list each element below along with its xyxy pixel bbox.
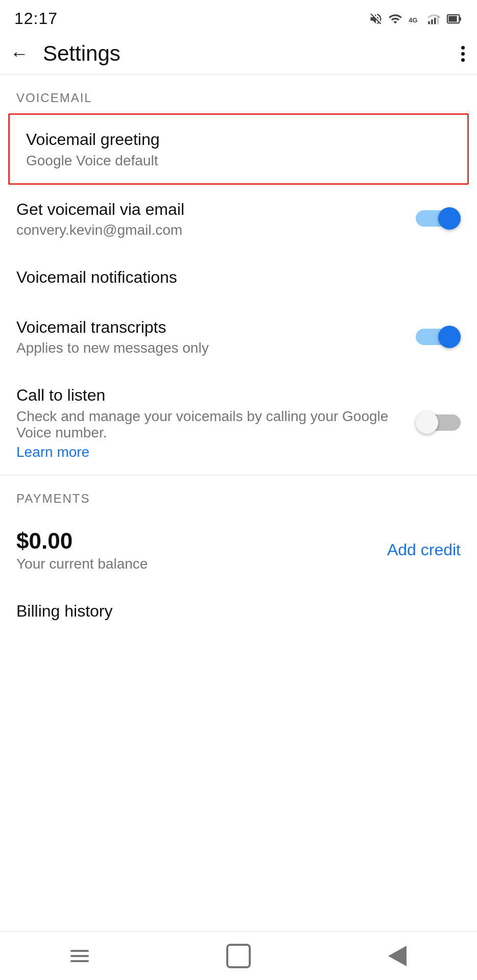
add-credit-button[interactable]: Add credit xyxy=(387,541,461,559)
svg-rect-7 xyxy=(459,17,461,20)
call-to-listen-toggle-thumb xyxy=(416,411,438,434)
voicemail-transcripts-title: Voicemail transcripts xyxy=(16,317,403,338)
nav-menu-button[interactable] xyxy=(59,941,100,971)
balance-amount: $0.00 xyxy=(16,528,148,554)
call-to-listen-subtitle: Check and manage your voicemails by call… xyxy=(16,408,403,441)
menu-icon xyxy=(70,950,89,962)
home-icon xyxy=(226,944,251,968)
page-title: Settings xyxy=(43,41,121,66)
balance-info: $0.00 Your current balance xyxy=(16,528,148,572)
voicemail-transcripts-text: Voicemail transcripts Applies to new mes… xyxy=(16,317,403,357)
battery-icon xyxy=(446,12,463,26)
payments-section-header: PAYMENTS xyxy=(0,475,477,514)
call-to-listen-row[interactable]: Call to listen Check and manage your voi… xyxy=(0,371,477,475)
billing-history-title: Billing history xyxy=(16,601,461,622)
svg-text:4G: 4G xyxy=(409,16,417,24)
voicemail-email-subtitle: convery.kevin@gmail.com xyxy=(16,222,403,238)
svg-rect-3 xyxy=(434,17,436,24)
status-icons: 4G xyxy=(369,12,463,26)
nav-back-button[interactable] xyxy=(377,941,418,971)
learn-more-link[interactable]: Learn more xyxy=(16,444,403,460)
app-bar-left: ← Settings xyxy=(10,41,121,66)
voicemail-email-title: Get voicemail via email xyxy=(16,199,403,220)
voicemail-greeting-subtitle: Google Voice default xyxy=(26,153,451,169)
voicemail-greeting-title: Voicemail greeting xyxy=(26,129,451,151)
billing-history-text: Billing history xyxy=(16,601,461,622)
content-area: VOICEMAIL Voicemail greeting Google Voic… xyxy=(0,75,477,688)
back-nav-icon xyxy=(388,946,407,966)
voicemail-email-text: Get voicemail via email convery.kevin@gm… xyxy=(16,199,403,239)
voicemail-greeting-text: Voicemail greeting Google Voice default xyxy=(26,129,451,169)
balance-row: $0.00 Your current balance Add credit xyxy=(0,514,477,586)
voicemail-email-toggle[interactable] xyxy=(416,206,461,231)
status-bar: 12:17 4G xyxy=(0,0,477,33)
voicemail-notifications-text: Voicemail notifications xyxy=(16,267,461,288)
balance-label: Your current balance xyxy=(16,556,148,572)
mute-icon xyxy=(369,12,383,26)
voicemail-email-row[interactable]: Get voicemail via email convery.kevin@gm… xyxy=(0,185,477,253)
voicemail-notifications-title: Voicemail notifications xyxy=(16,267,461,288)
bottom-navigation xyxy=(0,931,477,980)
call-to-listen-text: Call to listen Check and manage your voi… xyxy=(16,385,403,460)
voicemail-greeting-row[interactable]: Voicemail greeting Google Voice default xyxy=(8,113,469,185)
app-bar: ← Settings xyxy=(0,33,477,74)
svg-rect-1 xyxy=(428,21,430,24)
nav-home-button[interactable] xyxy=(218,941,259,971)
call-to-listen-title: Call to listen xyxy=(16,385,403,406)
voicemail-transcripts-toggle-thumb xyxy=(438,326,461,348)
svg-rect-2 xyxy=(431,19,433,24)
status-time: 12:17 xyxy=(14,9,58,28)
svg-rect-4 xyxy=(437,16,439,24)
voicemail-email-toggle-thumb xyxy=(438,207,461,230)
call-to-listen-toggle[interactable] xyxy=(416,410,461,435)
billing-history-row[interactable]: Billing history xyxy=(0,586,477,636)
more-options-button[interactable] xyxy=(461,46,465,62)
voicemail-notifications-row[interactable]: Voicemail notifications xyxy=(0,253,477,303)
voicemail-transcripts-row[interactable]: Voicemail transcripts Applies to new mes… xyxy=(0,303,477,371)
svg-rect-6 xyxy=(448,16,457,22)
wifi-icon xyxy=(388,12,402,26)
voicemail-section-header: VOICEMAIL xyxy=(0,75,477,113)
voicemail-transcripts-toggle[interactable] xyxy=(416,325,461,349)
signal-icon xyxy=(427,12,441,26)
data-icon: 4G xyxy=(408,12,422,26)
voicemail-transcripts-subtitle: Applies to new messages only xyxy=(16,340,403,356)
back-button[interactable]: ← xyxy=(10,44,29,63)
